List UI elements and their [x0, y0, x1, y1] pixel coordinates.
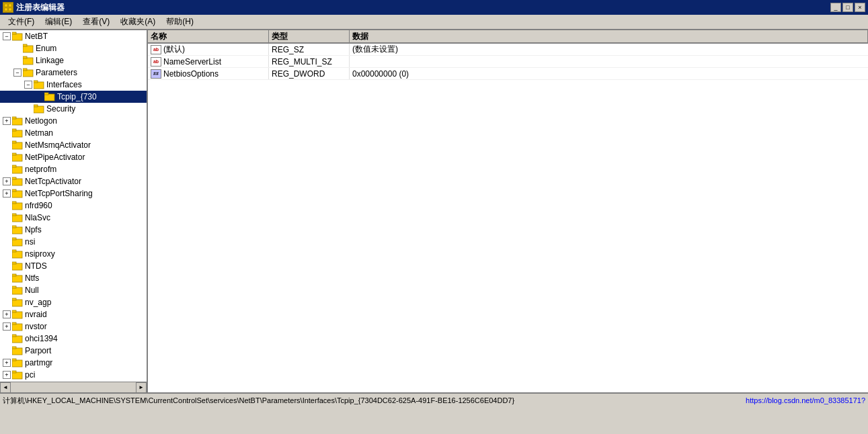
tree-label-netbt: NetBT [25, 32, 48, 41]
tree-expand-netlogon[interactable]: + [3, 117, 11, 125]
svg-rect-56 [12, 348, 22, 355]
tree-expand-netbt[interactable]: − [3, 32, 11, 40]
tree-item-nettcpactivator[interactable]: + NetTcpActivator [0, 175, 147, 187]
tree-item-ohci1394[interactable]: ohci1394 [0, 333, 147, 345]
tree-label-nsi: nsi [25, 237, 35, 247]
tree-item-nvraid[interactable]: + nvraid [0, 308, 147, 320]
value-row-0[interactable]: ab(默认)REG_SZ(数值未设置) [148, 44, 868, 56]
tree-item-nvagp[interactable]: nv_agp [0, 296, 147, 308]
svg-rect-55 [12, 335, 16, 337]
tree-item-tcpip[interactable]: Tcpip_{730 [0, 91, 147, 103]
folder-icon-nvraid [12, 310, 23, 319]
tree-expand-nvraid[interactable]: + [3, 310, 11, 318]
folder-icon-nettcpportsharing [12, 189, 23, 198]
menu-bar: 文件(F) 编辑(E) 查看(V) 收藏夹(A) 帮助(H) [0, 15, 868, 30]
value-data-2: 0x00000000 (0) [350, 68, 868, 79]
svg-rect-49 [12, 298, 16, 300]
tree-item-nfrd960[interactable]: nfrd960 [0, 200, 147, 212]
hscroll-right-btn[interactable]: ► [136, 382, 147, 393]
tree-item-ntfs[interactable]: Ntfs [0, 272, 147, 284]
tree-item-netmsmqactivator[interactable]: NetMsmqActivator [0, 139, 147, 151]
tree-item-ntds[interactable]: NTDS [0, 260, 147, 272]
tree-label-nvagp: nv_agp [25, 298, 51, 307]
tree-item-security[interactable]: Security [0, 103, 147, 115]
tree-content[interactable]: − NetBT Enum Linkage− Parameters− Interf… [0, 30, 147, 382]
header-type: 类型 [269, 30, 350, 42]
tree-label-ntfs: Ntfs [25, 273, 39, 283]
folder-icon-partmgr [12, 358, 23, 367]
menu-help[interactable]: 帮助(H) [161, 15, 199, 29]
tree-item-nlasvc[interactable]: NlaSvc [0, 212, 147, 224]
folder-icon-linkage [23, 56, 34, 65]
tree-item-netbt[interactable]: − NetBT [0, 30, 147, 42]
tree-expand-parameters[interactable]: − [13, 69, 22, 77]
menu-view[interactable]: 查看(V) [77, 15, 115, 29]
svg-rect-61 [12, 371, 16, 373]
tree-item-parport[interactable]: Parport [0, 345, 147, 357]
folder-icon-netmsmqactivator [12, 140, 23, 150]
folder-icon-pci [12, 370, 23, 380]
tree-expand-nettcpactivator[interactable]: + [3, 177, 11, 185]
svg-rect-18 [12, 118, 22, 125]
svg-rect-35 [12, 214, 16, 216]
tree-item-parameters[interactable]: − Parameters [0, 67, 147, 79]
svg-rect-23 [12, 141, 16, 143]
menu-edit[interactable]: 编辑(E) [40, 15, 77, 29]
folder-icon-ntds [12, 261, 23, 271]
tree-item-netprofm[interactable]: netprofm [0, 163, 147, 175]
tree-item-nettcpportsharing[interactable]: + NetTcpPortSharing [0, 187, 147, 200]
tree-item-nsi[interactable]: nsi [0, 236, 147, 248]
hscroll-left-btn[interactable]: ◄ [0, 382, 11, 393]
tree-item-netman[interactable]: Netman [0, 127, 147, 139]
svg-rect-17 [34, 105, 38, 107]
svg-rect-21 [12, 129, 16, 131]
tree-item-npfs[interactable]: Npfs [0, 224, 147, 236]
tree-item-nsiproxy[interactable]: nsiproxy [0, 248, 147, 260]
tree-item-netlogon[interactable]: + Netlogon [0, 115, 147, 127]
tree-item-linkage[interactable]: Linkage [0, 54, 147, 67]
folder-icon-null [12, 286, 23, 295]
svg-rect-26 [12, 167, 22, 173]
tree-expand-partmgr[interactable]: + [3, 359, 11, 367]
tree-label-netprofm: netprofm [25, 165, 56, 174]
header-data: 数据 [350, 30, 868, 42]
value-icon-1: ab [151, 57, 161, 67]
svg-rect-36 [12, 227, 22, 234]
tree-item-pci[interactable]: + pci [0, 369, 147, 381]
folder-icon-tcpip [44, 92, 55, 101]
folder-icon-enum [23, 44, 34, 53]
svg-rect-10 [23, 70, 33, 77]
value-row-2[interactable]: ##NetbiosOptionsREG_DWORD0x00000000 (0) [148, 68, 868, 80]
tree-item-enum[interactable]: Enum [0, 42, 147, 54]
svg-rect-40 [12, 251, 22, 258]
tree-expand-pci[interactable]: + [3, 371, 11, 379]
tree-item-partmgr[interactable]: + partmgr [0, 357, 147, 369]
tree-item-interfaces[interactable]: − Interfaces [0, 79, 147, 91]
maximize-button[interactable]: □ [842, 3, 853, 12]
tree-item-null[interactable]: Null [0, 284, 147, 296]
folder-icon-nsiproxy [12, 249, 23, 259]
menu-file[interactable]: 文件(F) [3, 15, 40, 29]
title-controls: _ □ × [830, 3, 865, 12]
tree-expand-interfaces[interactable]: − [24, 81, 32, 89]
folder-icon-npfs [12, 225, 23, 234]
value-name-0: ab(默认) [148, 44, 269, 55]
tree-item-nvstor[interactable]: + nvstor [0, 320, 147, 333]
svg-rect-28 [12, 179, 22, 185]
main-content: − NetBT Enum Linkage− Parameters− Interf… [0, 30, 868, 392]
tree-expand-nvstor[interactable]: + [3, 322, 11, 331]
svg-rect-44 [12, 275, 22, 282]
tree-label-interfaces: Interfaces [46, 80, 82, 89]
status-link[interactable]: https://blog.csdn.net/m0_83385171? [746, 396, 865, 404]
minimize-button[interactable]: _ [830, 3, 841, 12]
menu-favorites[interactable]: 收藏夹(A) [115, 15, 161, 29]
close-button[interactable]: × [855, 3, 865, 12]
svg-rect-57 [12, 347, 16, 349]
tree-item-netpipeactivator[interactable]: NetPipeActivator [0, 151, 147, 163]
svg-rect-11 [23, 69, 27, 71]
svg-rect-30 [12, 191, 22, 198]
folder-icon-nfrd960 [12, 201, 23, 210]
svg-rect-51 [12, 310, 16, 312]
value-row-1[interactable]: abNameServerListREG_MULTI_SZ [148, 56, 868, 68]
tree-expand-nettcpportsharing[interactable]: + [3, 189, 11, 198]
